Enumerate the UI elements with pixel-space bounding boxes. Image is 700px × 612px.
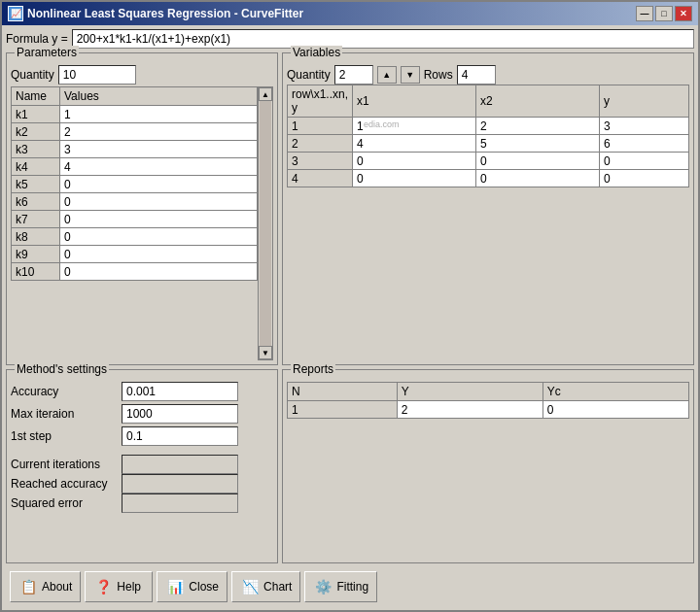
squared-err-row: Squared error xyxy=(11,493,273,513)
formula-label: Formula y = xyxy=(6,32,68,46)
chart-button[interactable]: 📉 Chart xyxy=(231,571,300,602)
step-input[interactable] xyxy=(122,426,238,446)
param-value[interactable] xyxy=(60,228,258,246)
table-row: k2 xyxy=(12,123,258,141)
current-iter-row: Current iterations xyxy=(11,455,273,474)
params-scrollbar[interactable]: ▲ ▼ xyxy=(258,86,273,360)
left-panel: Parameters Quantity Name Values xyxy=(6,52,278,365)
vars-rows-input[interactable] xyxy=(457,65,496,85)
table-row: 3000 xyxy=(288,153,689,170)
table-row: k7 xyxy=(12,211,258,228)
vars-header-row: Quantity ▲ ▼ Rows xyxy=(287,65,689,85)
fitting-icon: ⚙️ xyxy=(313,577,332,596)
main-content: Formula y = Parameters Quantity xyxy=(2,25,698,610)
param-value[interactable] xyxy=(60,123,258,141)
vars-quantity-input[interactable] xyxy=(334,65,373,85)
var-x2[interactable]: 0 xyxy=(476,153,600,170)
table-row: k9 xyxy=(12,246,258,263)
scroll-track xyxy=(260,101,271,346)
table-row: k6 xyxy=(12,193,258,211)
params-table-wrapper: Name Values k1k2k3k4k5k6k7k8k9k10 ▲ xyxy=(11,86,273,360)
window-close-button[interactable]: ✕ xyxy=(675,6,692,21)
step-label: 1st step xyxy=(11,429,118,443)
about-label: About xyxy=(42,580,72,594)
var-x1[interactable]: 0 xyxy=(353,153,476,170)
table-row: 120 xyxy=(288,401,689,419)
reached-acc-label: Reached accuracy xyxy=(11,477,118,491)
var-row: 4 xyxy=(288,170,353,187)
var-x2[interactable]: 5 xyxy=(476,135,600,153)
var-x2[interactable]: 2 xyxy=(476,118,600,135)
bottom-section: Method's settings Accuracy Max iteraion … xyxy=(6,369,694,563)
param-value[interactable] xyxy=(60,211,258,228)
methods-group: Method's settings Accuracy Max iteraion … xyxy=(6,369,278,563)
accuracy-input[interactable] xyxy=(122,382,238,401)
close-button[interactable]: 📊 Close xyxy=(157,571,228,602)
var-y[interactable]: 6 xyxy=(600,135,689,153)
var-y[interactable]: 0 xyxy=(600,153,689,170)
minimize-button[interactable]: — xyxy=(636,6,653,21)
params-quantity-input[interactable] xyxy=(58,65,136,85)
chart-label: Chart xyxy=(263,580,292,594)
table-row: k4 xyxy=(12,158,258,176)
table-row: k5 xyxy=(12,176,258,193)
scroll-down-arrow[interactable]: ▼ xyxy=(259,346,272,359)
vars-table-wrapper[interactable]: row\x1..xn, y x1 x2 y 11edia.com23245630… xyxy=(287,85,689,360)
report-y: 2 xyxy=(397,401,542,419)
parameters-group-label: Parameters xyxy=(15,46,79,59)
max-iter-label: Max iteraion xyxy=(11,407,118,421)
params-table-scroll[interactable]: Name Values k1k2k3k4k5k6k7k8k9k10 xyxy=(11,86,258,360)
current-iter-input xyxy=(122,455,238,474)
param-name: k3 xyxy=(12,141,60,158)
param-name: k8 xyxy=(12,228,60,246)
accuracy-label: Accuracy xyxy=(11,385,118,398)
vars-col-x2: x2 xyxy=(476,85,600,118)
scroll-up-arrow[interactable]: ▲ xyxy=(259,87,272,101)
fitting-button[interactable]: ⚙️ Fitting xyxy=(304,571,377,602)
var-y[interactable]: 0 xyxy=(600,170,689,187)
param-value[interactable] xyxy=(60,263,258,281)
param-value[interactable] xyxy=(60,106,258,123)
param-value[interactable] xyxy=(60,176,258,193)
close-icon: 📊 xyxy=(165,577,185,596)
buttons-row: 📋 About ❓ Help 📊 Close 📉 Chart ⚙️ Fittin… xyxy=(6,567,694,606)
app-icon: 📈 xyxy=(8,6,23,21)
table-row: 11edia.com23 xyxy=(288,118,689,135)
var-x1[interactable]: 0 xyxy=(353,170,476,187)
about-icon: 📋 xyxy=(18,577,38,596)
var-y[interactable]: 3 xyxy=(600,118,689,135)
vars-quantity-up[interactable]: ▲ xyxy=(377,66,397,84)
param-name: k7 xyxy=(12,211,60,228)
right-panel: Variables Quantity ▲ ▼ Rows ro xyxy=(282,52,694,365)
table-row: k1 xyxy=(12,106,258,123)
param-value[interactable] xyxy=(60,158,258,176)
maximize-button[interactable]: □ xyxy=(655,6,673,21)
methods-group-label: Method's settings xyxy=(15,362,109,376)
max-iter-input[interactable] xyxy=(122,404,238,424)
var-x1[interactable]: 4 xyxy=(353,135,476,153)
chart-icon: 📉 xyxy=(240,577,260,596)
vars-col-x1: x1 xyxy=(353,85,476,118)
param-name: k1 xyxy=(12,106,60,123)
fitting-label: Fitting xyxy=(336,580,368,594)
param-value[interactable] xyxy=(60,193,258,211)
reached-acc-row: Reached accuracy xyxy=(11,474,273,493)
middle-section: Parameters Quantity Name Values xyxy=(6,52,694,365)
table-row: 4000 xyxy=(288,170,689,187)
reports-col-y: Y xyxy=(397,383,542,401)
vars-quantity-down[interactable]: ▼ xyxy=(401,66,420,84)
variables-group: Variables Quantity ▲ ▼ Rows ro xyxy=(282,52,694,365)
table-row: 2456 xyxy=(288,135,689,153)
var-x2[interactable]: 0 xyxy=(476,170,600,187)
param-name: k6 xyxy=(12,193,60,211)
about-button[interactable]: 📋 About xyxy=(10,571,81,602)
var-x1[interactable]: 1edia.com xyxy=(353,118,476,135)
step-row: 1st step xyxy=(11,426,273,446)
param-value[interactable] xyxy=(60,246,258,263)
formula-input[interactable] xyxy=(72,29,694,49)
help-icon: ❓ xyxy=(93,577,113,596)
squared-err-input xyxy=(122,493,238,513)
vars-col-y: y xyxy=(600,85,689,118)
help-button[interactable]: ❓ Help xyxy=(85,571,153,602)
param-value[interactable] xyxy=(60,141,258,158)
